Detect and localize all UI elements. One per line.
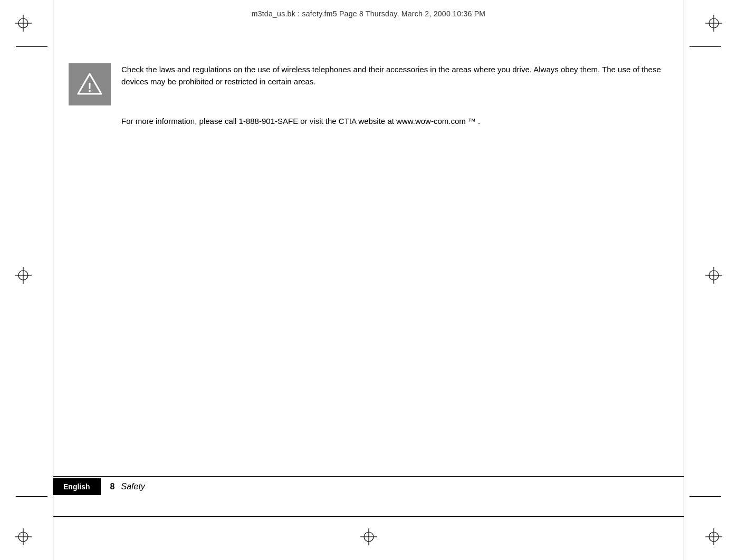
- page-number: 8: [110, 482, 115, 491]
- warning-icon-box: !: [69, 63, 111, 105]
- page-section: Safety: [121, 482, 145, 491]
- footer-rule-bottom: [53, 516, 684, 517]
- reg-mark-mid-left: [15, 267, 32, 284]
- warning-body-text: Check the laws and regulations on the us…: [121, 63, 668, 88]
- reg-mark-bottom-right: [705, 528, 722, 545]
- warning-block: ! Check the laws and regulations on the …: [69, 63, 668, 105]
- svg-text:!: !: [88, 80, 92, 94]
- header-text: m3tda_us.bk : safety.fm5 Page 8 Thursday…: [252, 9, 486, 18]
- reg-mark-mid-right: [705, 267, 722, 284]
- top-rule-left: [16, 46, 47, 47]
- reg-mark-top-left: [15, 15, 32, 32]
- top-rule-right: [690, 46, 721, 47]
- footer-left-rule: [16, 496, 47, 497]
- page-header: m3tda_us.bk : safety.fm5 Page 8 Thursday…: [69, 9, 668, 18]
- warning-triangle-icon: !: [77, 72, 102, 97]
- reg-mark-bottom-center: [360, 528, 377, 545]
- main-content: ! Check the laws and regulations on the …: [69, 63, 668, 127]
- footer-bar: English 8 Safety: [53, 477, 684, 497]
- footer-right-rule: [690, 496, 721, 497]
- reg-mark-bottom-left: [15, 528, 32, 545]
- reg-mark-top-right: [705, 15, 722, 32]
- language-badge: English: [53, 478, 101, 495]
- info-text: For more information, please call 1-888-…: [121, 115, 668, 127]
